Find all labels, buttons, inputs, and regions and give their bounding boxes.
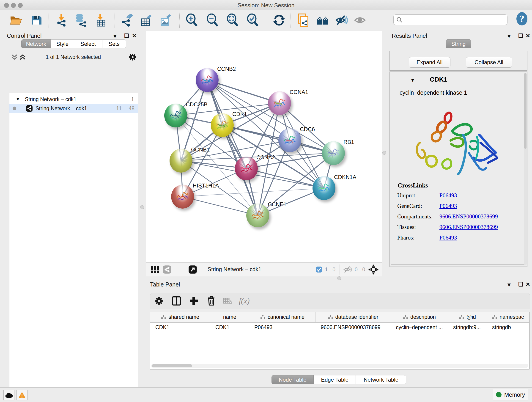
crosslink-link[interactable]: P06493: [439, 235, 457, 241]
crosslink-link[interactable]: 9606.ENSP00000378699: [439, 213, 498, 220]
tab-network-table[interactable]: Network Table: [356, 375, 406, 384]
protein-ribbon-icon: [250, 210, 265, 222]
network-node-RB1[interactable]: [322, 141, 345, 165]
export-network-icon[interactable]: [120, 13, 134, 27]
panel-menu-icon[interactable]: ▼: [506, 33, 512, 39]
network-collection-row[interactable]: ▼ String Network – cdk1 1: [9, 95, 138, 104]
panel-close-icon[interactable]: ✕: [526, 32, 530, 39]
gene-details-box: cyclin–dependent kinase 1: [391, 86, 525, 265]
copy-style-icon[interactable]: [297, 13, 310, 27]
import-network-from-database-icon[interactable]: [74, 13, 88, 27]
network-node-CCNA2[interactable]: [235, 157, 258, 180]
tab-sets[interactable]: Sets: [102, 39, 126, 48]
gear-icon[interactable]: [129, 53, 137, 61]
network-view-icon[interactable]: [163, 265, 171, 274]
column-header-shared-name[interactable]: shared name: [150, 312, 210, 322]
grid-view-icon[interactable]: [151, 265, 159, 274]
crosslink-link[interactable]: P06493: [439, 192, 457, 199]
left-splitter-handle[interactable]: [140, 205, 144, 209]
panel-close-icon[interactable]: ✕: [526, 281, 530, 288]
column-header-canonical-name[interactable]: canonical name: [249, 312, 316, 322]
selected-checkbox-icon[interactable]: [316, 266, 322, 273]
zoom-fit-icon[interactable]: [225, 13, 239, 27]
import-table-icon[interactable]: [94, 13, 108, 27]
network-node-CCNB2[interactable]: [196, 68, 219, 92]
delete-column-icon[interactable]: [205, 295, 217, 306]
tree-expander-icon[interactable]: ▼: [16, 97, 20, 102]
network-node-CCNB1[interactable]: [170, 149, 192, 172]
collapse-all-icon[interactable]: [11, 54, 18, 60]
network-node-CDC25B[interactable]: [164, 104, 187, 128]
panel-float-icon[interactable]: ❑: [518, 32, 523, 39]
control-panel: Control Panel ▼ ❑ ✕ Network Style Select…: [2, 31, 143, 384]
open-folder-icon[interactable]: [9, 13, 23, 27]
import-network-icon[interactable]: [55, 13, 68, 27]
function-builder-icon[interactable]: f(x): [238, 295, 250, 306]
zoom-out-icon[interactable]: [205, 13, 219, 27]
detach-view-icon[interactable]: [188, 265, 197, 274]
apply-layout-icon[interactable]: [272, 13, 286, 27]
network-view-toolbar: String Network – cdk1 1 - 0 0 - 0: [146, 262, 382, 276]
table-panel-title: Table Panel: [150, 281, 180, 288]
network-row[interactable]: String Network – cdk1 11 48: [9, 104, 138, 113]
expand-all-icon[interactable]: [19, 54, 26, 60]
network-node-count: 11: [116, 105, 122, 112]
panel-close-icon[interactable]: ✕: [132, 32, 137, 39]
network-node-HIST1H1A[interactable]: [171, 185, 194, 209]
network-node-CCNE1[interactable]: [246, 204, 269, 227]
warning-status-button[interactable]: [17, 390, 27, 400]
network-node-CCNA1[interactable]: [268, 91, 291, 115]
search-input[interactable]: [402, 17, 502, 23]
node-label-CCNA2: CCNA2: [256, 154, 275, 161]
network-node-CDK1[interactable]: [211, 113, 234, 137]
save-session-icon[interactable]: [29, 13, 43, 27]
panel-float-icon[interactable]: ❑: [124, 32, 129, 39]
collapse-all-button[interactable]: Collapse All: [466, 57, 512, 68]
tab-select[interactable]: Select: [74, 39, 102, 48]
node-label-CDC25B: CDC25B: [186, 101, 208, 108]
results-vertical-scrollbar[interactable]: [524, 73, 527, 265]
zoom-in-icon[interactable]: [185, 13, 198, 27]
expand-all-button[interactable]: Expand All: [409, 57, 450, 68]
column-header--id[interactable]: @id: [448, 312, 487, 322]
tab-string[interactable]: String: [446, 39, 471, 48]
export-image-icon[interactable]: [158, 13, 172, 27]
panel-float-icon[interactable]: ❑: [518, 281, 523, 288]
panel-menu-icon[interactable]: ▼: [112, 33, 118, 39]
crosslink-link[interactable]: P06493: [439, 203, 457, 209]
node-label-CCNB2: CCNB2: [217, 66, 236, 72]
column-header-database-identifier[interactable]: database identifier: [316, 312, 391, 322]
column-header-name[interactable]: name: [210, 312, 249, 322]
toolbar-separator: [114, 13, 115, 28]
show-all-icon[interactable]: [353, 13, 367, 27]
column-header-description[interactable]: description: [391, 312, 448, 322]
section-expander-icon[interactable]: ▼: [410, 78, 415, 83]
zoom-selected-icon[interactable]: [246, 13, 259, 27]
table-horizontal-scrollbar[interactable]: [151, 364, 528, 368]
search-icon: [396, 17, 402, 23]
network-canvas[interactable]: CCNB2CCNA1CDC25BCDK1CDC6RB1CCNB1CCNA2CDK…: [146, 31, 382, 262]
delete-table-icon[interactable]: [222, 295, 234, 306]
hide-selected-icon[interactable]: [335, 13, 349, 27]
table-gear-icon[interactable]: [153, 295, 165, 306]
add-column-icon[interactable]: [188, 295, 200, 306]
tab-edge-table[interactable]: Edge Table: [314, 375, 356, 384]
birds-eye-icon[interactable]: [368, 264, 379, 274]
network-node-CDKN1A[interactable]: [312, 176, 336, 200]
memory-button[interactable]: Memory: [493, 389, 528, 400]
right-splitter-handle[interactable]: [382, 151, 386, 155]
show-columns-icon[interactable]: [171, 295, 182, 306]
crosslink-link[interactable]: 9606.ENSP00000378699: [439, 224, 498, 230]
panel-menu-icon[interactable]: ▼: [506, 282, 512, 288]
export-table-icon[interactable]: [139, 13, 153, 27]
column-header-namespac[interactable]: namespac: [487, 312, 529, 322]
network-node-CDC6[interactable]: [278, 128, 301, 152]
first-neighbors-icon[interactable]: [316, 13, 330, 27]
cloud-status-button[interactable]: [3, 390, 14, 400]
table-row[interactable]: CDK1CDK1P064939606.ENSP00000378699cyclin…: [150, 322, 529, 332]
tab-style[interactable]: Style: [51, 39, 74, 48]
tab-node-table[interactable]: Node Table: [272, 375, 314, 384]
help-icon[interactable]: ?: [515, 12, 529, 26]
tab-network[interactable]: Network: [21, 39, 51, 48]
node-label-CDK1: CDK1: [232, 111, 247, 117]
